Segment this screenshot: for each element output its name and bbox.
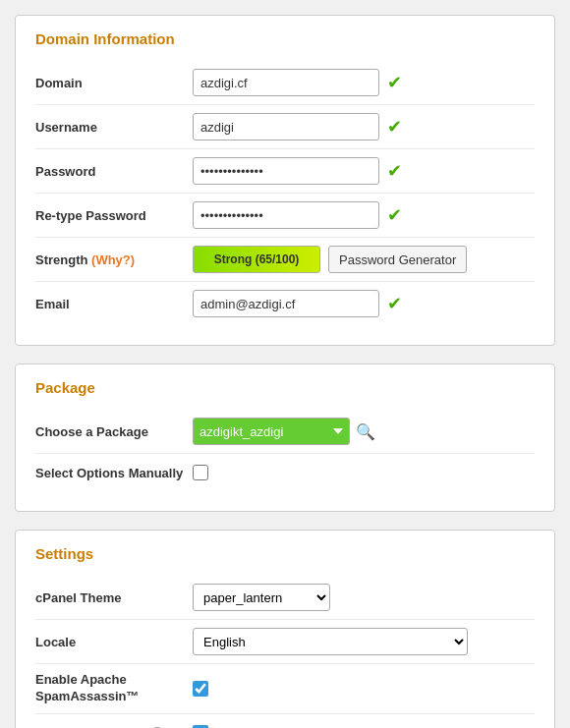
settings-section-title: Settings <box>35 545 535 562</box>
package-search-button[interactable]: 🔍 <box>356 422 375 441</box>
domain-label: Domain <box>35 76 193 90</box>
username-check-icon: ✔ <box>387 116 402 138</box>
package-section-title: Package <box>35 379 535 396</box>
password-input[interactable] <box>193 157 379 185</box>
locale-select[interactable]: English <box>193 628 468 655</box>
domain-information-card: Domain Information Domain ✔ Username ✔ P… <box>15 15 555 346</box>
username-row: Username ✔ <box>35 105 535 149</box>
settings-card: Settings cPanel Theme paper_lantern Loca… <box>15 530 555 728</box>
locale-row: Locale English <box>35 620 535 664</box>
domain-input[interactable] <box>193 69 379 96</box>
retype-password-label: Re-type Password <box>35 208 193 223</box>
retype-password-input[interactable] <box>193 201 379 229</box>
cpanel-theme-select[interactable]: paper_lantern <box>193 584 330 611</box>
why-link[interactable]: (Why?) <box>91 252 135 267</box>
choose-package-label: Choose a Package <box>35 424 193 439</box>
password-check-icon: ✔ <box>387 160 402 182</box>
package-card: Package Choose a Package azdigikt_azdigi… <box>15 364 555 512</box>
cpanel-theme-row: cPanel Theme paper_lantern <box>35 576 535 620</box>
select-manually-label: Select Options Manually <box>35 466 193 480</box>
strength-row: Strength (Why?) Strong (65/100) Password… <box>35 238 535 282</box>
choose-package-row: Choose a Package azdigikt_azdigi 🔍 <box>35 410 535 454</box>
select-manually-checkbox[interactable] <box>193 465 208 480</box>
package-select[interactable]: azdigikt_azdigi <box>193 418 350 445</box>
select-manually-row: Select Options Manually <box>35 454 535 491</box>
email-label: Email <box>35 297 193 311</box>
cpanel-theme-label: cPanel Theme <box>35 590 193 605</box>
spamassassin-checkbox[interactable] <box>193 681 208 697</box>
strength-container: Strong (65/100) Password Generator <box>193 246 467 273</box>
spamassassin-label: Enable Apache SpamAssassin™ <box>35 672 193 705</box>
domain-section-title: Domain Information <box>35 30 535 47</box>
retype-check-icon: ✔ <box>387 204 402 226</box>
locale-label: Locale <box>35 635 193 649</box>
search-icon: 🔍 <box>356 423 375 440</box>
email-check-icon: ✔ <box>387 293 402 314</box>
password-generator-button[interactable]: Password Generator <box>328 246 467 273</box>
email-input[interactable] <box>193 290 379 317</box>
retype-password-row: Re-type Password ✔ <box>35 194 535 238</box>
domain-check-icon: ✔ <box>387 72 402 93</box>
password-row: Password ✔ <box>35 149 535 194</box>
spamassassin-row: Enable Apache SpamAssassin™ <box>35 664 535 714</box>
strength-bar: Strong (65/100) <box>193 246 320 273</box>
username-label: Username <box>35 120 193 135</box>
username-input[interactable] <box>193 113 379 140</box>
strength-label: Strength (Why?) <box>35 252 193 267</box>
spambox-row: Enable Spam Box ? <box>35 714 535 728</box>
domain-row: Domain ✔ <box>35 61 535 105</box>
email-row: Email ✔ <box>35 282 535 325</box>
password-label: Password <box>35 164 193 179</box>
